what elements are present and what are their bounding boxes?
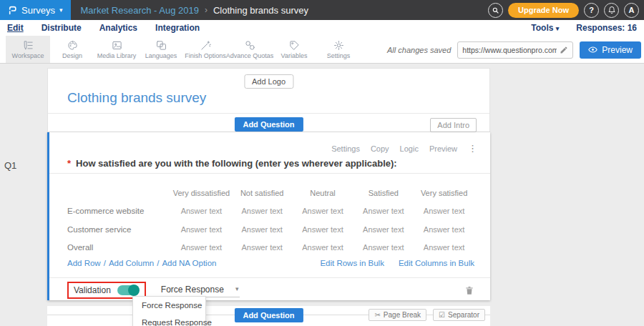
question-settings-link[interactable]: Settings xyxy=(331,144,360,153)
tag-icon xyxy=(289,40,300,51)
matrix-table: Very dissatisfied Not satisfied Neutral … xyxy=(67,184,474,257)
magic-wand-icon xyxy=(200,40,211,51)
edit-url-pencil-icon[interactable] xyxy=(560,46,568,54)
add-na-option-link[interactable]: Add NA Option xyxy=(162,259,216,267)
surveys-menu-button[interactable]: Surveys ▾ xyxy=(0,0,71,20)
column-header[interactable]: Very satisfied xyxy=(414,189,474,197)
responses-count[interactable]: Responses: 16 xyxy=(576,23,637,33)
page-break-button[interactable]: ✂ Page Break xyxy=(369,309,426,321)
matrix-row: E-commerce website Answer text Answer te… xyxy=(67,202,474,221)
tool-advance-quotas[interactable]: Advance Quotas xyxy=(228,36,272,63)
preview-button[interactable]: Preview xyxy=(580,41,641,59)
survey-header-card: Add Logo Clothing brands survey Add Ques… xyxy=(47,68,490,132)
matrix-row: Customer service Answer text Answer text… xyxy=(67,220,474,239)
avatar[interactable]: A xyxy=(624,3,639,18)
toolbar-right: All changes saved Preview xyxy=(387,36,641,64)
question-text[interactable]: *How satisfied are you with the followin… xyxy=(67,158,472,169)
add-column-link[interactable]: Add Column xyxy=(109,259,154,267)
row-header[interactable]: Customer service xyxy=(67,225,171,234)
answer-cell[interactable]: Answer text xyxy=(414,207,474,215)
question-preview-link[interactable]: Preview xyxy=(429,144,457,153)
answer-cell[interactable]: Answer text xyxy=(293,243,353,252)
menu-item-request-response[interactable]: Request Response xyxy=(133,314,205,326)
answer-cell[interactable]: Answer text xyxy=(414,225,474,234)
validation-type-dropdown[interactable]: Force Response ▾ xyxy=(160,284,240,297)
translate-icon xyxy=(156,40,167,51)
bell-icon xyxy=(608,6,616,14)
chevron-down-icon: ▾ xyxy=(235,286,239,292)
slash-separator: / xyxy=(157,259,159,267)
surveys-label: Surveys xyxy=(21,5,55,16)
save-status: All changes saved xyxy=(387,46,451,54)
tool-media-library[interactable]: Media Library xyxy=(94,36,139,63)
survey-url-input[interactable] xyxy=(462,46,557,54)
questionpro-logo-icon xyxy=(8,6,17,15)
validation-row: Validation Force Response ▾ xyxy=(67,282,474,299)
tab-edit[interactable]: Edit xyxy=(7,23,24,33)
add-question-button-top[interactable]: Add Question xyxy=(234,117,303,132)
edit-rows-in-bulk-link[interactable]: Edit Rows in Bulk xyxy=(320,259,384,267)
tab-analytics[interactable]: Analytics xyxy=(99,23,137,33)
divider xyxy=(49,277,490,278)
answer-cell[interactable]: Answer text xyxy=(353,243,414,252)
answer-cell[interactable]: Answer text xyxy=(232,207,293,215)
palette-icon xyxy=(67,40,78,51)
tool-settings[interactable]: Settings xyxy=(316,36,361,63)
column-header[interactable]: Not satisfied xyxy=(232,189,293,197)
tools-menu[interactable]: Tools ▾ xyxy=(531,23,559,33)
add-row-link[interactable]: Add Row xyxy=(67,259,101,267)
question-number-label: Q1 xyxy=(4,160,16,171)
add-question-button-bottom[interactable]: Add Question xyxy=(234,308,303,322)
matrix-row: Overall Answer text Answer text Answer t… xyxy=(67,239,474,257)
survey-url-field xyxy=(457,41,573,59)
menu-item-force-response[interactable]: Force Response xyxy=(133,297,205,314)
answer-cell[interactable]: Answer text xyxy=(353,225,414,234)
gear-icon xyxy=(333,40,344,51)
answer-cell[interactable]: Answer text xyxy=(414,243,474,252)
editor-toolbar: Workspace Design Media Library Languages… xyxy=(0,36,644,64)
row-header[interactable]: Overall xyxy=(67,243,171,252)
question-copy-link[interactable]: Copy xyxy=(371,144,389,153)
divider xyxy=(49,173,490,174)
separator-button[interactable]: ☑ Separator xyxy=(433,309,485,321)
tool-design[interactable]: Design xyxy=(50,36,94,63)
add-intro-button[interactable]: Add Intro xyxy=(430,118,477,132)
answer-cell[interactable]: Answer text xyxy=(293,225,353,234)
checked-checkbox-icon: ☑ xyxy=(439,311,445,319)
survey-title[interactable]: Clothing brands survey xyxy=(67,90,206,106)
row-links: Add Row / Add Column / Add NA Option Edi… xyxy=(67,259,474,267)
tab-integration[interactable]: Integration xyxy=(155,23,200,33)
tool-variables[interactable]: Variables xyxy=(272,36,316,63)
answer-cell[interactable]: Answer text xyxy=(353,207,414,215)
search-icon xyxy=(492,6,499,14)
edit-columns-in-bulk-link[interactable]: Edit Columns in Bulk xyxy=(399,259,474,267)
kebab-menu-icon[interactable]: ⋮ xyxy=(468,143,477,154)
chevron-down-icon: ▾ xyxy=(556,25,560,32)
column-header[interactable]: Very dissatisfied xyxy=(171,189,232,197)
tool-workspace[interactable]: Workspace xyxy=(6,36,50,63)
upgrade-now-button[interactable]: Upgrade Now xyxy=(508,3,579,18)
answer-cell[interactable]: Answer text xyxy=(232,225,293,234)
header-actions: Upgrade Now ? A xyxy=(488,0,639,20)
column-header[interactable]: Satisfied xyxy=(353,189,414,197)
row-header[interactable]: E-commerce website xyxy=(67,207,171,215)
answer-cell[interactable]: Answer text xyxy=(171,225,232,234)
answer-cell[interactable]: Answer text xyxy=(171,243,232,252)
search-button[interactable] xyxy=(488,3,503,18)
answer-cell[interactable]: Answer text xyxy=(171,207,232,215)
question-logic-link[interactable]: Logic xyxy=(400,144,419,153)
add-logo-button[interactable]: Add Logo xyxy=(244,74,293,89)
validation-toggle[interactable] xyxy=(117,285,139,295)
answer-cell[interactable]: Answer text xyxy=(232,243,293,252)
breadcrumb-folder[interactable]: Market Research - Aug 2019 xyxy=(81,5,199,16)
column-header[interactable]: Neutral xyxy=(293,189,353,197)
notifications-button[interactable] xyxy=(604,3,619,18)
help-button[interactable]: ? xyxy=(584,3,599,18)
divider xyxy=(48,113,489,114)
validation-label: Validation xyxy=(74,285,111,295)
delete-question-button[interactable] xyxy=(464,285,474,296)
answer-cell[interactable]: Answer text xyxy=(293,207,353,215)
tab-distribute[interactable]: Distribute xyxy=(42,23,82,33)
tool-finish-options[interactable]: Finish Options xyxy=(183,36,228,63)
tool-languages[interactable]: Languages xyxy=(139,36,183,63)
